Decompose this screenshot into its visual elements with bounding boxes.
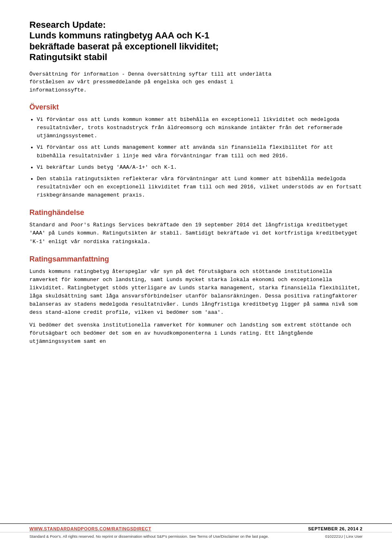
subtitle-text: Översättning för information - Denna öve… (29, 70, 363, 94)
ratingsammanfattning-section: Ratingsammanfattning Lunds kommuns ratin… (29, 255, 363, 346)
ratingsammanfattning-heading: Ratingsammanfattning (29, 255, 363, 264)
ratinghandelse-text: Standard and Poor's Ratings Services bek… (29, 221, 363, 246)
footer: WWW.STANDARDANDPOORS.COM/RATINGSDIRECT S… (0, 523, 392, 541)
ratinghandelse-section: Ratinghändelse Standard and Poor's Ratin… (29, 208, 363, 246)
footer-website: WWW.STANDARDANDPOORS.COM/RATINGSDIRECT (29, 526, 151, 531)
footer-disclaimer-row: Standard & Poor's. All rights reserved. … (0, 532, 392, 541)
footer-bar: WWW.STANDARDANDPOORS.COM/RATINGSDIRECT S… (0, 523, 392, 532)
bullet-2: Vi förväntar oss att Lunds management ko… (37, 143, 363, 160)
overview-bullets: Vi förväntar oss att Lunds kommun kommer… (37, 116, 363, 199)
footer-date-page: SEPTEMBER 26, 2014 2 (308, 526, 363, 531)
page-content: Research Update: Lunds kommuns ratingbet… (0, 0, 392, 382)
overview-heading: Översikt (29, 103, 363, 112)
bullet-3: Vi bekräftar Lunds betyg 'AAA/A-1+' och … (37, 163, 363, 172)
title-line2: bekräftade baserat på exceptionell likvi… (29, 41, 363, 52)
bullet-4: Den stabila ratingutsikten reflekterar v… (37, 175, 363, 199)
ratinghandelse-heading: Ratinghändelse (29, 208, 363, 217)
footer-disclaimer-text: Standard & Poor's. All rights reserved. … (29, 534, 269, 539)
footer-code: 0102221U | Linx User (325, 534, 363, 539)
title-line1: Lunds kommuns ratingbetyg AAA och K-1 (29, 30, 363, 41)
ratingsammanfattning-text1: Lunds kommuns ratingbetyg återspeglar vå… (29, 268, 363, 317)
ratingsammanfattning-text2: Vi bedömer det svenska institutionella r… (29, 321, 363, 346)
title-block: Research Update: Lunds kommuns ratingbet… (29, 20, 363, 63)
title-label: Research Update: (29, 20, 363, 30)
overview-section: Översikt Vi förväntar oss att Lunds komm… (29, 103, 363, 199)
bullet-1: Vi förväntar oss att Lunds kommun kommer… (37, 116, 363, 140)
title-line3: Ratingutsikt stabil (29, 52, 363, 63)
